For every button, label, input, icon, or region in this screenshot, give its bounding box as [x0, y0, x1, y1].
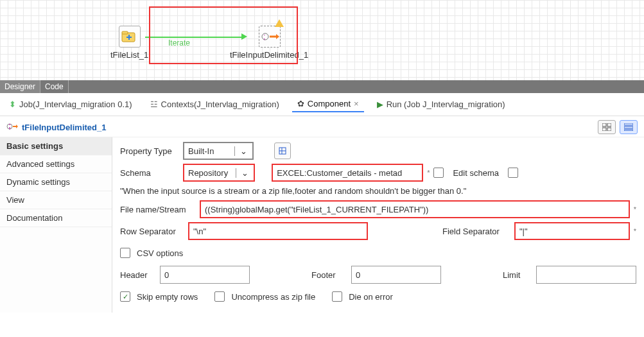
skip-empty-rows-label: Skip empty rows — [137, 292, 198, 302]
tfileinputdelimited-icon: ; — [259, 26, 281, 48]
edge-iterate[interactable] — [145, 37, 241, 38]
node-tfilelist[interactable]: tFileList_1 — [110, 26, 148, 60]
tfilelist-icon — [119, 26, 141, 48]
svg-rect-1 — [122, 31, 128, 34]
skip-empty-rows-checkbox[interactable]: ✓ — [120, 291, 130, 302]
header-input[interactable]: 0 — [160, 266, 250, 284]
warning-icon — [275, 19, 284, 27]
component-icon: ; — [6, 122, 18, 133]
sidebar-advanced-settings[interactable]: Advanced settings — [0, 155, 112, 173]
chevron-down-icon: ⌄ — [236, 168, 250, 178]
filename-input[interactable]: ((String)globalMap.get("tFileList_1_CURR… — [200, 200, 630, 218]
svg-rect-12 — [624, 123, 633, 125]
limit-input[interactable] — [536, 266, 636, 284]
tab-component[interactable]: ✿ Component × — [292, 96, 364, 112]
uncompress-checkbox[interactable] — [214, 291, 225, 302]
tab-label: Contexts(J_Intervlag_migration) — [161, 99, 279, 109]
schema-label: Schema — [120, 168, 179, 178]
csv-options-label: CSV options — [137, 248, 183, 258]
svg-marker-7 — [16, 125, 18, 128]
view-grid-button[interactable] — [598, 120, 616, 134]
required-indicator: * — [427, 169, 430, 177]
warning-note: "When the input source is a stream or a … — [120, 185, 636, 200]
edge-label: Iterate — [168, 39, 190, 48]
tab-designer[interactable]: Designer — [0, 80, 40, 93]
input-value: "|" — [519, 227, 528, 236]
schema-browse-checkbox[interactable] — [433, 168, 444, 178]
svg-rect-8 — [602, 123, 606, 126]
field-separator-input[interactable]: "|" — [514, 222, 630, 240]
sidebar-dynamic-settings[interactable]: Dynamic settings — [0, 173, 112, 191]
required-indicator: * — [634, 205, 636, 213]
edit-schema-label: Edit schema — [453, 168, 499, 178]
contexts-icon: ☳ — [150, 99, 158, 109]
uncompress-label: Uncompress as zip file — [231, 292, 315, 302]
sidebar-documentation[interactable]: Documentation — [0, 209, 112, 227]
die-on-error-checkbox[interactable] — [332, 291, 342, 302]
job-icon: ⬍ — [9, 99, 16, 109]
field-separator-label: Field Separator — [442, 227, 510, 236]
edit-schema-checkbox[interactable] — [508, 168, 518, 178]
run-icon: ▶ — [377, 99, 383, 109]
input-value: 0 — [164, 270, 169, 280]
row-separator-input[interactable]: "\n" — [188, 222, 368, 240]
input-value: 0 — [356, 270, 360, 280]
svg-text:;: ; — [263, 31, 266, 41]
footer-input[interactable]: 0 — [351, 266, 441, 284]
tab-label: Component — [308, 99, 351, 108]
component-icon: ✿ — [297, 99, 304, 108]
property-type-action-button[interactable] — [274, 143, 291, 159]
tab-label: Run (Job J_Intervlag_migration) — [387, 99, 505, 109]
close-icon[interactable]: × — [354, 99, 359, 108]
select-value: Repository — [188, 168, 228, 178]
component-title: tFileInputDelimited_1 — [22, 123, 106, 132]
property-type-label: Property Type — [120, 146, 179, 156]
canvas-mode-tabs: Designer Code — [0, 80, 644, 93]
svg-rect-11 — [607, 128, 611, 131]
layout-toggle — [598, 120, 638, 134]
tab-label: Job(J_Intervlag_migration 0.1) — [19, 99, 132, 109]
required-indicator: * — [634, 227, 636, 235]
footer-label: Footer — [311, 270, 347, 280]
svg-rect-13 — [624, 126, 633, 128]
svg-rect-9 — [607, 123, 611, 126]
die-on-error-label: Die on error — [349, 292, 393, 302]
settings-sidebar: Basic settings Advanced settings Dynamic… — [0, 137, 112, 313]
row-separator-label: Row Separator — [120, 227, 184, 236]
node-label: tFileInputDelimited_1 — [230, 50, 295, 60]
sidebar-view[interactable]: View — [0, 191, 112, 209]
schema-select[interactable]: Repository ⌄ — [183, 164, 255, 182]
tab-contexts[interactable]: ☳ Contexts(J_Intervlag_migration) — [145, 97, 284, 112]
limit-label: Limit — [503, 270, 532, 280]
input-value: "\n" — [193, 227, 206, 236]
svg-text:;: ; — [8, 122, 11, 130]
input-value: ((String)globalMap.get("tFileList_1_CURR… — [205, 205, 428, 214]
tab-code[interactable]: Code — [40, 80, 69, 93]
header-label: Header — [120, 270, 156, 280]
select-value: Built-In — [188, 146, 214, 156]
view-list-button[interactable] — [620, 120, 638, 134]
node-label: tFileList_1 — [110, 50, 148, 60]
input-value: EXCEL:Customer_details - metad — [277, 168, 402, 178]
design-canvas[interactable]: tFileList_1 Iterate ; tFileInputDelimite… — [0, 0, 644, 80]
svg-rect-14 — [624, 130, 633, 131]
node-tfileinputdelimited[interactable]: ; tFileInputDelimited_1 — [244, 26, 295, 60]
settings-form: Property Type Built-In ⌄ Schema Reposito… — [112, 137, 644, 313]
tab-run[interactable]: ▶ Run (Job J_Intervlag_migration) — [372, 97, 510, 112]
svg-marker-4 — [276, 34, 279, 39]
component-title-bar: ; tFileInputDelimited_1 — [0, 116, 644, 137]
chevron-down-icon: ⌄ — [234, 146, 248, 156]
schema-repository-input[interactable]: EXCEL:Customer_details - metad — [272, 164, 423, 182]
property-type-select[interactable]: Built-In ⌄ — [183, 142, 254, 160]
filename-label: File name/Stream — [120, 205, 196, 214]
view-tabs: ⬍ Job(J_Intervlag_migration 0.1) ☳ Conte… — [0, 93, 644, 116]
tab-job[interactable]: ⬍ Job(J_Intervlag_migration 0.1) — [4, 97, 137, 112]
sidebar-basic-settings[interactable]: Basic settings — [0, 137, 112, 155]
csv-options-checkbox[interactable] — [120, 248, 130, 258]
svg-rect-10 — [602, 128, 606, 131]
